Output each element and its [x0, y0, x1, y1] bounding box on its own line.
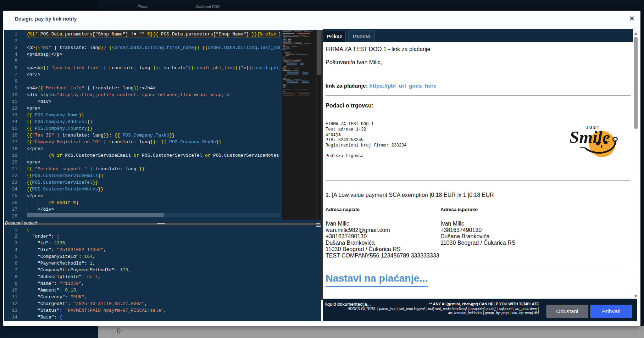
svg-text:Smile: Smile: [570, 127, 610, 147]
